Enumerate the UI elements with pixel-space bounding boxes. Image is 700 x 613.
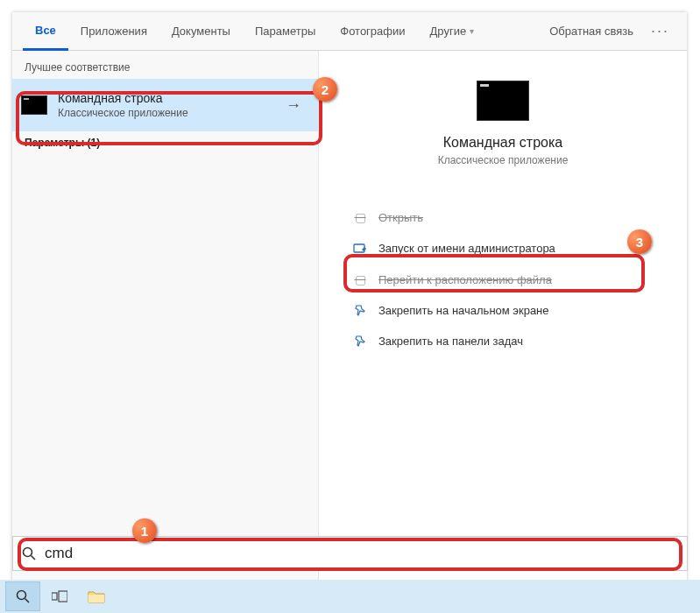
svg-line-4 [25,599,30,603]
svg-rect-6 [59,591,67,602]
preview-subtitle: Классическое приложение [319,154,687,166]
open-icon: ▢ [350,210,370,224]
svg-rect-7 [88,595,104,602]
action-open[interactable]: ▢ Открыть [347,201,659,233]
cmd-icon [21,95,47,115]
search-input[interactable] [45,545,678,562]
chevron-down-icon: ▾ [470,26,474,36]
admin-icon [350,243,370,255]
settings-results-header[interactable]: Параметры (1) [12,131,318,154]
svg-rect-5 [52,593,57,600]
search-box[interactable] [12,536,688,571]
svg-line-2 [32,556,36,560]
feedback-link[interactable]: Обратная связь [539,25,644,38]
tab-other[interactable]: Другие▾ [418,12,487,51]
preview-title: Командная строка [319,135,687,151]
arrow-right-icon[interactable]: → [278,89,309,121]
preview-cmd-icon [477,81,529,121]
svg-rect-0 [354,244,364,252]
best-match-subtitle: Классическое приложение [58,107,278,119]
action-list: ▢ Открыть Запуск от имени администратора… [319,201,687,356]
pin-icon [350,305,370,317]
tab-docs[interactable]: Документы [159,12,243,51]
taskbar [0,580,700,613]
folder-icon: ▢ [350,272,370,286]
action-open-location[interactable]: ▢ Перейти к расположению файла [347,264,659,295]
tab-params[interactable]: Параметры [243,12,328,51]
search-window: Все Приложения Документы Параметры Фотог… [12,12,687,601]
step-badge-1: 1 [132,518,157,543]
step-badge-3: 3 [627,229,652,254]
best-match-title: Командная строка [58,91,278,105]
tab-apps[interactable]: Приложения [68,12,159,51]
taskbar-search-button[interactable] [5,581,40,611]
search-icon [22,546,38,560]
taskbar-explorer-button[interactable] [79,581,114,611]
pin-icon [350,335,370,348]
preview-pane: Командная строка Классическое приложение… [319,51,687,601]
taskbar-taskview-button[interactable] [42,581,77,611]
tab-all[interactable]: Все [23,12,68,51]
svg-point-1 [24,548,32,557]
results-pane: Лучшее соответствие Командная строка Кла… [12,51,319,601]
action-run-as-admin[interactable]: Запуск от имени администратора [347,233,659,264]
tab-photos[interactable]: Фотографии [328,12,417,51]
step-badge-2: 2 [313,77,337,102]
filter-tabs: Все Приложения Документы Параметры Фотог… [12,12,687,51]
action-pin-taskbar[interactable]: Закрепить на панели задач [347,326,659,356]
action-pin-start[interactable]: Закрепить на начальном экране [347,295,659,326]
best-match-item[interactable]: Командная строка Классическое приложение… [12,79,318,131]
best-match-header: Лучшее соответствие [12,56,318,79]
more-icon[interactable]: ··· [644,22,676,40]
svg-point-3 [18,591,26,600]
